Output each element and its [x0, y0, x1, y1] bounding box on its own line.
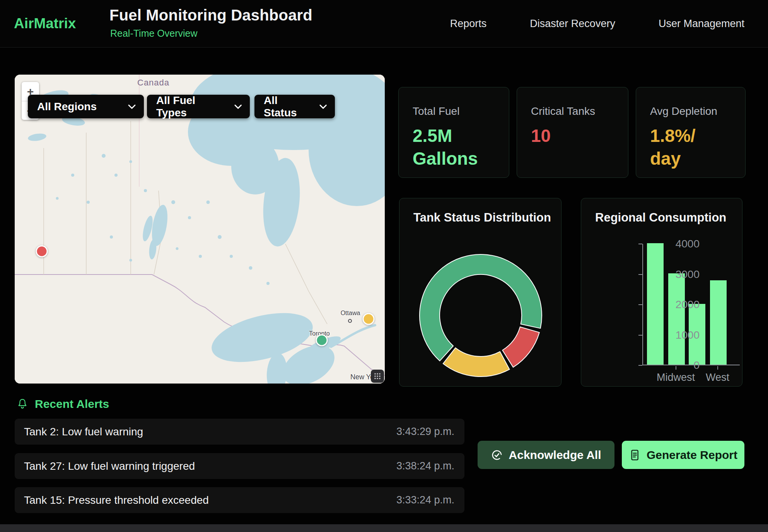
- x-axis-tick-label: Midwest: [657, 372, 695, 384]
- alert-timestamp: 3:33:24 p.m.: [396, 494, 454, 506]
- alert-message: Tank 2: Low fuel warning: [24, 426, 143, 438]
- chevron-down-icon: [319, 104, 327, 109]
- tank-marker-normal[interactable]: [316, 334, 328, 346]
- y-axis-tick: [638, 304, 642, 305]
- check-circle-icon: [491, 449, 503, 461]
- page-subtitle: Real-Time Overview: [110, 28, 198, 39]
- nav-disaster-recovery[interactable]: Disaster Recovery: [530, 18, 615, 30]
- y-axis-tick: [638, 365, 642, 366]
- stat-label: Total Fuel: [413, 105, 495, 118]
- x-axis-tick: [676, 366, 676, 370]
- stat-label: Critical Tanks: [531, 105, 614, 118]
- stat-card-total-fuel: Total Fuel 2.5M Gallons: [398, 87, 509, 178]
- alert-row[interactable]: Tank 2: Low fuel warning 3:43:29 p.m.: [15, 419, 464, 445]
- filter-regions-select[interactable]: All Regions: [28, 95, 144, 118]
- filter-status-value: All Status: [264, 94, 312, 119]
- bar: [710, 280, 727, 365]
- generate-report-button[interactable]: Generate Report: [622, 441, 744, 469]
- y-axis-tick-label: 0: [665, 359, 700, 372]
- header: AirMatrix Fuel Monitoring Dashboard Real…: [0, 0, 768, 48]
- acknowledge-all-label: Acknowledge All: [509, 448, 601, 462]
- ottawa-town-icon: [348, 319, 352, 323]
- alert-message: Tank 27: Low fuel warning triggered: [24, 460, 195, 472]
- stat-value-critical-tanks: 10: [531, 124, 614, 147]
- alert-row[interactable]: Tank 15: Pressure threshold exceeded 3:3…: [15, 487, 464, 513]
- bar: [647, 243, 664, 365]
- y-axis-tick: [638, 335, 642, 336]
- filter-fuel-types-select[interactable]: All Fuel Types: [147, 95, 250, 118]
- y-axis-tick-label: 3000: [665, 268, 700, 281]
- x-axis-tick: [717, 366, 718, 370]
- map-resize-handle[interactable]: [371, 370, 384, 383]
- y-axis-tick-label: 1000: [665, 329, 700, 341]
- y-axis-tick: [638, 244, 642, 244]
- grip-dots-icon: [374, 373, 381, 380]
- report-document-icon: [629, 449, 640, 461]
- filter-fuel-types-value: All Fuel Types: [156, 94, 227, 119]
- stat-value-avg-depletion: 1.8%/ day: [650, 124, 731, 170]
- chevron-down-icon: [128, 104, 136, 109]
- main-nav: Reports Disaster Recovery User Managemen…: [450, 0, 744, 48]
- alert-timestamp: 3:38:24 p.m.: [396, 460, 454, 472]
- stat-card-critical-tanks: Critical Tanks 10: [517, 87, 628, 178]
- y-axis-tick: [638, 274, 642, 275]
- generate-report-label: Generate Report: [647, 448, 737, 462]
- alert-timestamp: 3:43:29 p.m.: [396, 426, 454, 438]
- filter-status-select[interactable]: All Status: [254, 95, 335, 118]
- tank-marker-warning[interactable]: [363, 313, 375, 325]
- fuel-monitoring-dashboard: AirMatrix Fuel Monitoring Dashboard Real…: [0, 0, 768, 532]
- x-axis-tick-label: West: [706, 372, 729, 384]
- tank-map[interactable]: Canada + − All Regions All Fuel Types Al…: [15, 75, 385, 384]
- alert-row[interactable]: Tank 27: Low fuel warning triggered 3:38…: [15, 453, 464, 479]
- chart-title: Tank Status Distribution: [413, 211, 551, 225]
- donut-chart-svg: [419, 254, 543, 377]
- tank-status-distribution-card: Tank Status Distribution: [399, 198, 561, 387]
- recent-alerts-header: Recent Alerts: [17, 397, 109, 411]
- nav-reports[interactable]: Reports: [450, 18, 487, 30]
- acknowledge-all-button[interactable]: Acknowledge All: [478, 441, 614, 469]
- bottom-strip: [0, 524, 768, 532]
- map-label-ottawa: Ottawa: [341, 310, 360, 317]
- stat-label: Avg Depletion: [650, 105, 731, 118]
- tank-status-donut-chart: [419, 254, 543, 379]
- filter-regions-value: All Regions: [37, 101, 97, 113]
- regional-consumption-bar-chart: 40003000200010000MidwestWest: [581, 198, 742, 386]
- map-label-canada: Canada: [137, 78, 169, 88]
- map-geography: [15, 75, 385, 384]
- recent-alerts-title: Recent Alerts: [35, 397, 109, 411]
- nav-user-management[interactable]: User Management: [659, 18, 744, 30]
- stat-value-total-fuel: 2.5M Gallons: [413, 124, 495, 170]
- tank-marker-critical[interactable]: [36, 246, 48, 257]
- y-axis-tick-label: 2000: [665, 298, 700, 311]
- bell-icon: [17, 398, 28, 410]
- regional-consumption-card: Regional Consumption 40003000200010000Mi…: [581, 198, 742, 387]
- alert-message: Tank 15: Pressure threshold exceeded: [24, 494, 209, 506]
- app-logo: AirMatrix: [14, 15, 76, 32]
- y-axis-tick-label: 4000: [665, 238, 700, 250]
- bar: [668, 273, 685, 365]
- chevron-down-icon: [234, 104, 242, 109]
- page-title: Fuel Monitoring Dashboard: [109, 7, 312, 24]
- stat-card-avg-depletion: Avg Depletion 1.8%/ day: [636, 87, 746, 178]
